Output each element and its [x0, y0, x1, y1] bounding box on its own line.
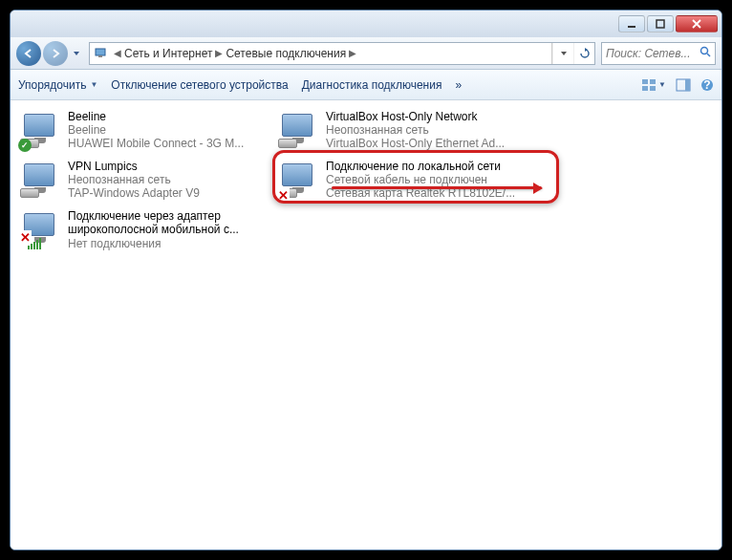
connection-device: VirtualBox Host-Only Ethernet Ad...: [326, 137, 528, 150]
window: ◀ Сеть и Интернет ▶ Сетевые подключения …: [10, 10, 722, 550]
connection-icon: [20, 160, 62, 202]
connection-subtitle: Beeline: [68, 123, 270, 137]
svg-rect-2: [96, 49, 105, 55]
status-ok-icon: ✓: [18, 139, 32, 152]
svg-rect-7: [642, 86, 648, 91]
help-button[interactable]: ?: [700, 78, 714, 92]
refresh-button[interactable]: [573, 43, 594, 64]
more-button[interactable]: »: [455, 78, 462, 92]
breadcrumb-item[interactable]: Сетевые подключения: [224, 47, 348, 60]
status-error-icon: ✕: [276, 188, 290, 202]
signal-bars-icon: [28, 238, 41, 249]
organize-button[interactable]: Упорядочить▼: [18, 78, 97, 92]
maximize-button[interactable]: [647, 15, 674, 32]
navbar: ◀ Сеть и Интернет ▶ Сетевые подключения …: [11, 37, 721, 70]
connection-icon: ✕: [278, 160, 320, 202]
connection-title: Подключение по локальной сети: [326, 160, 528, 173]
connection-icon: ✓: [20, 110, 62, 152]
preview-pane-button[interactable]: [676, 78, 691, 92]
connection-title: Beeline: [68, 110, 270, 123]
breadcrumb-separator: ▶: [348, 48, 357, 58]
connection-title: Подключение через адаптер широкополосной…: [68, 209, 270, 237]
history-dropdown-icon[interactable]: [552, 43, 573, 64]
svg-point-4: [701, 48, 708, 54]
connection-subtitle: Неопознанная сеть: [326, 123, 528, 137]
svg-rect-6: [650, 79, 656, 84]
toolbar: Упорядочить▼ Отключение сетевого устройс…: [11, 70, 721, 100]
close-button[interactable]: [676, 15, 718, 32]
svg-rect-8: [650, 86, 656, 91]
back-button[interactable]: [16, 41, 41, 66]
disable-device-button[interactable]: Отключение сетевого устройства: [111, 78, 288, 92]
connection-icon: ✕: [20, 209, 62, 251]
view-button[interactable]: ▼: [641, 78, 666, 92]
connection-title: VirtualBox Host-Only Network: [326, 110, 528, 123]
connection-item[interactable]: VirtualBox Host-Only Network Неопознанна…: [274, 108, 532, 158]
svg-rect-5: [642, 79, 648, 84]
connection-item[interactable]: ✓ Beeline Beeline HUAWEI Mobile Connect …: [16, 108, 274, 158]
search-icon[interactable]: [700, 46, 711, 60]
minimize-button[interactable]: [618, 15, 645, 32]
svg-rect-3: [98, 55, 102, 57]
connection-item[interactable]: ✕ Подключение по локальной сети Сетевой …: [274, 158, 532, 207]
connection-device: TAP-Windows Adapter V9: [68, 186, 270, 200]
forward-button[interactable]: [43, 41, 68, 66]
connection-title: VPN Lumpics: [68, 160, 270, 173]
svg-rect-10: [685, 79, 690, 91]
highlight-arrow: [332, 186, 542, 189]
connection-item[interactable]: VPN Lumpics Неопознанная сеть TAP-Window…: [16, 158, 274, 207]
connection-device: HUAWEI Mobile Connect - 3G M...: [68, 137, 270, 150]
search-box[interactable]: [601, 42, 716, 65]
network-icon: [94, 46, 109, 61]
breadcrumb-separator: ▶: [214, 48, 224, 58]
breadcrumb-separator: ◀: [113, 48, 122, 58]
address-bar[interactable]: ◀ Сеть и Интернет ▶ Сетевые подключения …: [89, 42, 595, 65]
connection-device: Нет подключения: [68, 237, 270, 250]
svg-rect-0: [628, 26, 635, 28]
nav-history-dropdown[interactable]: [70, 43, 83, 64]
content-area: ✓ Beeline Beeline HUAWEI Mobile Connect …: [11, 100, 721, 549]
svg-rect-1: [657, 20, 664, 28]
connection-subtitle: Неопознанная сеть: [68, 173, 270, 186]
titlebar: [11, 11, 721, 37]
diagnose-button[interactable]: Диагностика подключения: [302, 78, 442, 92]
svg-text:?: ?: [703, 78, 710, 92]
address-buttons: [551, 43, 594, 64]
connection-subtitle: Сетевой кабель не подключен: [326, 173, 528, 186]
breadcrumb-item[interactable]: Сеть и Интернет: [122, 47, 214, 60]
connection-icon: [278, 110, 320, 152]
search-input[interactable]: [606, 47, 700, 60]
connection-item[interactable]: ✕ Подключение через адаптер широкополосн…: [16, 207, 274, 257]
